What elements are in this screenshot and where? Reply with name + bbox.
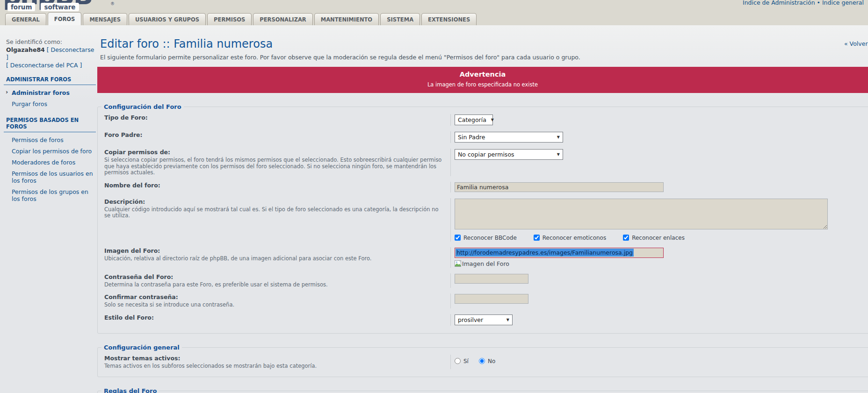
header-links: Índice de Administración • Índice genera…	[743, 0, 864, 6]
sidebar-item-label: Copiar los permisos de foro	[12, 148, 92, 155]
field-label: Contraseña del Foro:	[104, 273, 446, 280]
main-panel: « Volver Editar foro :: Familia numerosa…	[97, 25, 868, 393]
radio-label: Sí	[463, 358, 469, 364]
field-label: Estilo del Foro:	[104, 314, 446, 321]
content-area: Se identificó como: Olgazahe84 [ Descone…	[0, 25, 868, 393]
page-intro: El siguiente formulario permite personal…	[100, 54, 868, 61]
reconocer-enlaces-checkbox[interactable]	[623, 235, 629, 241]
checkbox-label: Reconocer enlaces	[632, 235, 685, 241]
field-label: Tipo de Foro:	[104, 114, 446, 121]
sidebar-item-copiar-permisos[interactable]: Copiar los permisos de foro	[4, 146, 96, 157]
mostrar-temas-options: Sí No	[455, 355, 868, 364]
sidebar-item-purgar-foros[interactable]: Purgar foros	[4, 99, 96, 110]
logo-tag-forum: forum	[7, 3, 35, 11]
top-bar: phpBB forum software ® Índice de Adminis…	[0, 0, 868, 25]
row-nombre-del-foro: Nombre del foro:	[104, 179, 868, 195]
sidebar-item-label: Purgar foros	[12, 100, 47, 107]
sidebar-item-label: Permisos de los usuarios en los foros	[12, 170, 93, 184]
active-item-arrow-icon: ›	[6, 88, 8, 95]
checkbox-label: Reconocer BBCode	[463, 235, 517, 241]
chevron-down-icon: ▼	[557, 152, 560, 157]
field-label: Nombre del foro:	[104, 182, 446, 189]
imagen-del-foro-input[interactable]: http://forodemadresypadres.es/images/Fam…	[455, 248, 664, 258]
copiar-permisos-select[interactable]: No copiar permisos▼	[455, 149, 563, 160]
login-info: Se identificó como: Olgazahe84 [ Descone…	[4, 38, 96, 69]
imagen-alt-text: Imagen del Foro	[462, 260, 509, 267]
temas-si-radio[interactable]	[455, 358, 461, 364]
row-mostrar-temas-activos: Mostrar temas activos: Temas activos en …	[104, 352, 868, 372]
descripcion-textarea[interactable]	[455, 199, 828, 229]
fieldset-configuracion-foro: Configuración del Foro Tipo de Foro: Cat…	[97, 103, 868, 334]
back-link[interactable]: « Volver	[844, 40, 868, 47]
tab-usuarios-y-grupos[interactable]: USUARIOS Y GRUPOS	[129, 13, 206, 25]
field-description: Si selecciona copiar permisos, el foro t…	[104, 157, 446, 176]
phpbb-logo-tagline: forum software	[7, 3, 79, 11]
field-label: Imagen del Foro:	[104, 247, 446, 254]
legend-configuracion-foro: Configuración del Foro	[101, 103, 184, 110]
tab-mantenimiento[interactable]: MANTENIMIENTO	[314, 13, 379, 25]
sidebar-item-label: Permisos de foros	[12, 136, 64, 143]
fieldset-reglas-del-foro: Reglas del Foro Enlace a las reglas del …	[97, 387, 868, 393]
fieldset-configuracion-general: Configuración general Mostrar temas acti…	[97, 344, 868, 378]
tab-personalizar[interactable]: PERSONALIZAR	[253, 13, 312, 25]
selected-value: prosilver	[458, 316, 483, 323]
sidebar-item-label: Permisos de los grupos en los foros	[12, 188, 88, 202]
board-index-link[interactable]: Índice general	[822, 0, 864, 6]
sidebar-item-permisos-de-foros[interactable]: Permisos de foros	[4, 135, 96, 146]
confirmar-contrasena-input[interactable]	[455, 294, 528, 304]
field-description: Ubicación, relativa al directorio raíz d…	[104, 256, 446, 262]
chevron-down-icon: ▼	[557, 135, 560, 139]
admin-index-link[interactable]: Índice de Administración	[743, 0, 815, 6]
foro-padre-select[interactable]: Sin Padre▼	[455, 132, 563, 143]
menu-section-permisos-basados: PERMISOS BASADOS EN FOROS	[4, 117, 96, 132]
menu-section-administrar-foros: ADMINISTRAR FOROS	[4, 76, 96, 85]
field-description: Temas activos en los subforos selecciona…	[104, 363, 446, 370]
sidebar-item-permisos-grupos[interactable]: Permisos de los grupos en los foros	[4, 186, 96, 205]
reconocer-bbcode-checkbox[interactable]	[455, 235, 461, 241]
parse-options: Reconocer BBCode Reconocer emoticonos Re…	[455, 235, 868, 241]
tab-general[interactable]: GENERAL	[5, 13, 46, 25]
field-description: Cualquier código introducido aquí se mos…	[104, 207, 446, 219]
menu-items: ›Administrar foros Purgar foros	[4, 87, 96, 110]
estilo-del-foro-select[interactable]: prosilver▼	[455, 314, 513, 325]
warning-banner: Advertencia La imagen de foro especifica…	[97, 67, 868, 93]
logout-pca-link[interactable]: [ Desconectarse del PCA ]	[6, 62, 82, 69]
tab-permisos[interactable]: PERMISOS	[207, 13, 252, 25]
radio-label: No	[488, 358, 495, 364]
nombre-del-foro-input[interactable]	[455, 182, 664, 192]
legend-configuracion-general: Configuración general	[101, 344, 182, 351]
tipo-de-foro-select[interactable]: Categoría▼	[455, 114, 493, 125]
tab-sistema[interactable]: SISTEMA	[380, 13, 420, 25]
field-label: Descripción:	[104, 198, 446, 205]
reconocer-emoticonos-checkbox[interactable]	[534, 235, 540, 241]
row-confirmar-contrasena: Confirmar contraseña: Solo se necesita s…	[104, 291, 868, 311]
tab-mensajes[interactable]: MENSAJES	[83, 13, 127, 25]
menu-items: Permisos de foros Copiar los permisos de…	[4, 135, 96, 205]
field-label: Mostrar temas activos:	[104, 355, 446, 362]
sidebar-item-label: Administrar foros	[12, 89, 70, 96]
row-contrasena: Contraseña del Foro: Determina la contra…	[104, 271, 868, 291]
selected-value: Sin Padre	[458, 134, 485, 141]
link-separator: •	[815, 0, 822, 6]
tab-extensiones[interactable]: EXTENSIONES	[421, 13, 477, 25]
row-imagen-del-foro: Imagen del Foro: Ubicación, relativa al …	[104, 244, 868, 271]
tab-foros[interactable]: FOROS	[48, 12, 82, 25]
contrasena-input[interactable]	[455, 274, 528, 284]
broken-image-icon	[455, 260, 461, 267]
chevron-down-icon: ▼	[491, 118, 494, 122]
admin-tabs: GENERAL FOROS MENSAJES USUARIOS Y GRUPOS…	[5, 12, 477, 25]
registered-mark: ®	[110, 1, 115, 6]
legend-reglas-del-foro: Reglas del Foro	[101, 387, 159, 393]
sidebar-item-moderadores[interactable]: Moderadores de foros	[4, 157, 96, 168]
login-line: Se identificó como:	[6, 38, 96, 46]
field-label: Copiar permisos de:	[104, 149, 446, 156]
username: Olgazahe84	[6, 46, 45, 53]
row-descripcion: Descripción: Cualquier código introducid…	[104, 195, 868, 244]
temas-no-radio[interactable]	[479, 358, 485, 364]
sidebar-item-label: Moderadores de foros	[12, 159, 75, 166]
selected-value: No copiar permisos	[458, 151, 514, 158]
sidebar-item-permisos-usuarios[interactable]: Permisos de los usuarios en los foros	[4, 168, 96, 186]
sidebar-item-administrar-foros[interactable]: ›Administrar foros	[4, 87, 96, 99]
sidebar-menu: Se identificó como: Olgazahe84 [ Descone…	[4, 38, 96, 205]
field-label: Foro Padre:	[104, 131, 446, 138]
